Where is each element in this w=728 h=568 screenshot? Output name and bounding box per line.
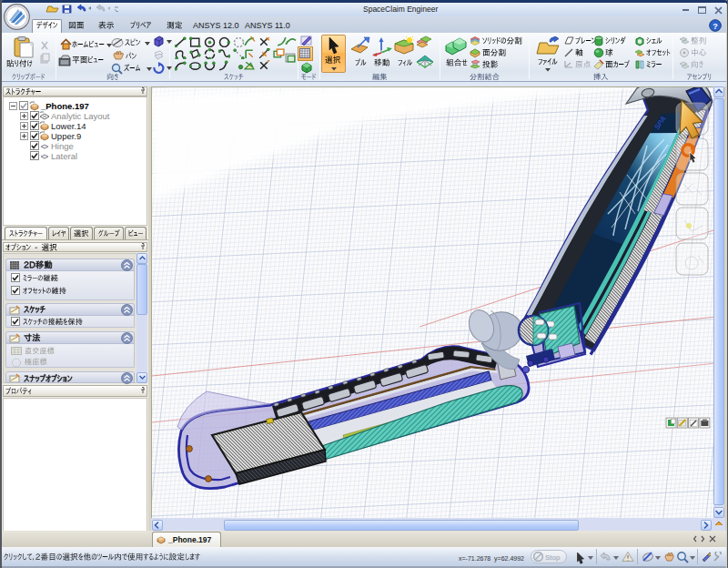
svg-text:?: ? — [713, 22, 718, 31]
